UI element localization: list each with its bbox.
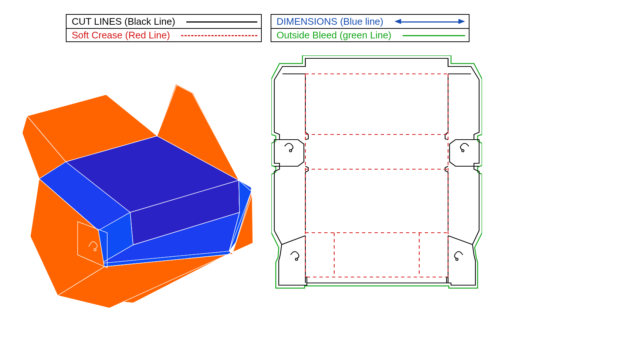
legend-sample-bleed [403,31,465,39]
legend-left: CUT LINES (Black Line) Soft Crease (Red … [66,14,262,42]
legend-label-crease: Soft Crease (Red Line) [72,30,170,41]
svg-point-23 [289,150,292,152]
legend-right-row-dimensions: DIMENSIONS (Blue line) [271,15,469,28]
legend-sample-dimensions [394,17,465,25]
dieline-flat [271,55,482,292]
legend-label-dimensions: DIMENSIONS (Blue line) [277,16,383,27]
legend-label-cutlines: CUT LINES (Black Line) [72,16,175,27]
legend-right: DIMENSIONS (Blue line) Outside Bleed (gr… [271,14,470,42]
svg-point-24 [462,150,464,152]
legend-sample-crease [181,31,257,39]
dieline-svg [271,55,482,292]
svg-point-25 [295,258,298,260]
box-3d-render [22,81,259,310]
box-3d-svg [22,81,259,310]
svg-point-26 [456,258,458,260]
legend-label-bleed: Outside Bleed (green Line) [277,30,392,41]
legend-sample-cutlines [186,17,257,25]
legend-left-row-cutlines: CUT LINES (Black Line) [67,15,261,28]
bleed-outline [271,55,482,288]
legend-right-row-bleed: Outside Bleed (green Line) [271,28,469,41]
legend-left-row-crease: Soft Crease (Red Line) [67,28,261,41]
crease-lines [305,74,448,277]
